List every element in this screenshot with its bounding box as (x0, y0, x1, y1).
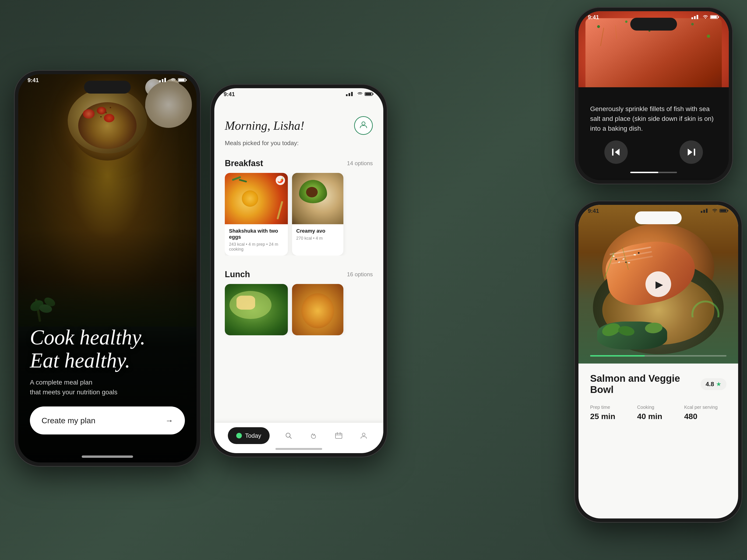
soup-bg-art (292, 284, 343, 335)
profile-nav-button[interactable] (358, 430, 370, 442)
lunch-header: Lunch 16 options (225, 269, 373, 279)
scene: 9:41 (0, 0, 747, 560)
breakfast-section: Breakfast 14 options (214, 154, 383, 258)
nav-today-dot (236, 433, 242, 438)
status-time-p4: 9:41 (588, 208, 599, 214)
mealplan-header: Morning, Lisha! (214, 107, 383, 139)
cta-area: Create my plan → (30, 406, 185, 434)
recipe-name: Salmon and Veggie Bowl (590, 373, 700, 395)
breakfast-title: Breakfast (225, 158, 263, 168)
svg-rect-1 (162, 79, 163, 82)
status-icons-p3 (691, 15, 719, 19)
create-plan-arrow: → (165, 416, 173, 425)
recipe-stats: Prep time 25 min Cooking 40 min Kcal per… (590, 405, 726, 421)
phone-mealplan: 9:41 (210, 84, 387, 457)
svg-rect-6 (346, 94, 347, 96)
wifi-icon-p1 (171, 77, 176, 82)
phone-recipe-steps-screen: 9:41 (578, 11, 729, 180)
lunch-card-2[interactable] (292, 284, 343, 335)
svg-rect-36 (727, 210, 728, 211)
instruction-text: Generously sprinkle fillets of fish with… (590, 104, 717, 133)
creamy-avo-card[interactable]: Creamy avo 270 kcal • 4 m (292, 173, 343, 256)
greens-art (597, 322, 667, 349)
svg-point-19 (362, 433, 365, 436)
prep-time-stat: Prep time 25 min (590, 405, 633, 421)
search-nav-button[interactable] (282, 430, 294, 442)
shakshuka-card[interactable]: 🌶️ Shakshuka with two eggs 243 kcal • 4 … (225, 173, 288, 256)
wifi-icon-p2 (357, 91, 363, 96)
svg-rect-25 (718, 16, 719, 18)
avatar-button[interactable] (354, 116, 373, 135)
instruction-area: Generously sprinkle fillets of fish with… (590, 104, 717, 133)
svg-rect-7 (349, 93, 350, 96)
svg-rect-22 (697, 15, 698, 19)
user-icon (359, 121, 368, 129)
svg-marker-27 (615, 149, 620, 156)
next-step-button[interactable] (679, 140, 703, 164)
spicy-badge: 🌶️ (276, 176, 285, 185)
status-time-p2: 9:41 (224, 91, 235, 98)
phone-mealplan-screen: 9:41 (214, 88, 383, 453)
today-nav-button[interactable]: Today (228, 427, 269, 444)
home-indicator-p2 (276, 448, 322, 450)
svg-rect-15 (335, 433, 342, 438)
create-plan-label: Create my plan (42, 416, 96, 425)
kcal-stat: Kcal per serving 480 (684, 405, 726, 421)
svg-rect-8 (351, 92, 353, 96)
svg-rect-30 (694, 149, 695, 156)
playback-controls (578, 140, 729, 164)
svg-rect-31 (701, 211, 702, 213)
prev-step-button[interactable] (604, 140, 628, 164)
lunch-bg-art (225, 284, 288, 335)
shakshuka-name: Shakshuka with two eggs (229, 228, 284, 240)
shakshuka-meta: 243 kcal • 4 m prep • 24 m cooking (229, 242, 284, 252)
recipe-progress-fill (630, 172, 658, 173)
flame-icon-nav (310, 431, 318, 440)
bottom-nav: Today (214, 423, 383, 453)
svg-rect-28 (612, 149, 614, 156)
headline: Cook healthy. Eat healthy. (30, 326, 185, 372)
lunch-title: Lunch (225, 269, 250, 279)
status-bar-phone1: 9:41 (18, 74, 197, 93)
phone-welcome: 9:41 (14, 70, 201, 466)
creamy-avo-bg-art (292, 173, 343, 224)
subtitle: A complete meal plan that meets your nut… (30, 377, 185, 397)
star-icon: ★ (716, 380, 721, 388)
shakshuka-image: 🌶️ (225, 173, 288, 224)
recipe-header: Salmon and Veggie Bowl 4.8 ★ (590, 373, 726, 395)
greeting: Morning, Lisha! (225, 119, 304, 133)
next-icon (686, 147, 697, 158)
recipe-info: Salmon and Veggie Bowl 4.8 ★ Prep time 2… (578, 364, 738, 430)
lunch-cards (225, 284, 373, 335)
explore-nav-button[interactable] (308, 430, 320, 442)
battery-icon-p4 (719, 208, 729, 213)
create-plan-button[interactable]: Create my plan → (30, 406, 185, 434)
video-progress-bar (590, 355, 726, 356)
search-icon-nav (284, 431, 293, 440)
svg-rect-10 (372, 93, 374, 95)
battery-icon-p1 (178, 77, 187, 82)
hero-text: Cook healthy. Eat healthy. A complete me… (30, 326, 185, 397)
mealplan-content: Morning, Lisha! Meals picked for you tod… (214, 107, 383, 453)
calendar-nav-button[interactable] (333, 430, 345, 442)
status-bar-phone4: 9:41 (578, 205, 738, 223)
dark-overlay (18, 74, 197, 462)
video-progress-fill (590, 355, 645, 356)
kcal-label: Kcal per serving (684, 405, 726, 410)
calendar-icon-nav (335, 431, 343, 440)
status-time-p1: 9:41 (28, 77, 39, 83)
svg-point-23 (705, 18, 706, 19)
signal-icon-p2 (346, 91, 355, 96)
svg-rect-11 (365, 93, 371, 95)
cooking-label: Cooking (637, 405, 679, 410)
signal-icon-p1 (159, 77, 169, 82)
lunch-card-1[interactable] (225, 284, 288, 335)
status-icons-p4 (701, 208, 729, 213)
creamy-avo-name: Creamy avo (296, 228, 339, 234)
play-icon: ▶ (655, 278, 663, 290)
status-icons-p1 (159, 77, 187, 82)
prep-time-value: 25 min (590, 412, 633, 421)
battery-icon-p3 (710, 15, 719, 19)
signal-icon-p3 (691, 15, 701, 19)
play-button[interactable]: ▶ (645, 271, 671, 297)
